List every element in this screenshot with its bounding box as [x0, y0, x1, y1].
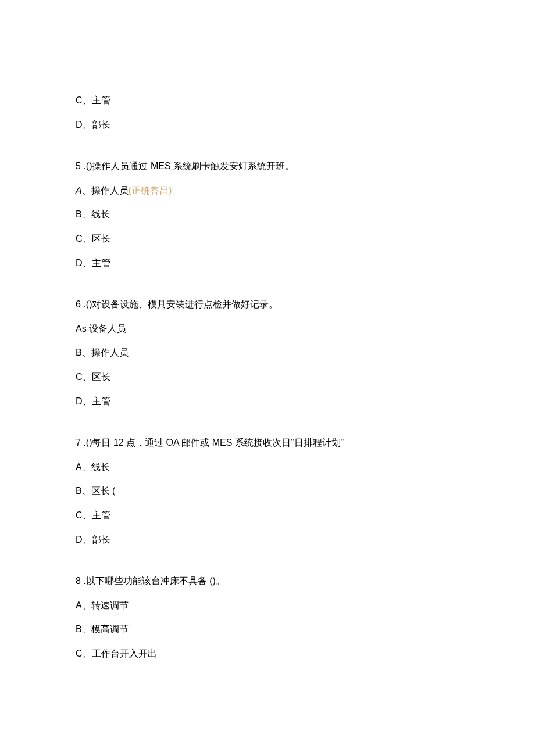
q5-option-d-text: D、主管 [76, 258, 110, 268]
q4-option-d-text: D、部长 [76, 120, 110, 130]
q6-option-a: As 设备人员 [76, 321, 535, 336]
q7-stem: 7 .()每日 12 点，通过 OA 邮件或 MES 系统接收次日"日排程计划" [76, 435, 535, 450]
q4-option-d: D、部长 [76, 117, 535, 132]
q7-option-d: D、部长 [76, 532, 535, 547]
q4-option-c-text: C、主管 [76, 95, 110, 105]
q8-option-b: B、模高调节 [76, 622, 535, 637]
q5-option-d: D、主管 [76, 256, 535, 271]
q8-text: .以下哪些功能该台冲床不具备 ()。 [81, 576, 225, 586]
q6-option-c: C、区长 [76, 370, 535, 385]
q7-option-a: A、线长 [76, 460, 535, 475]
q5-option-a-answer: (正确答昌) [129, 185, 172, 195]
q6-option-d: D、主管 [76, 394, 535, 409]
q6-text: .()对设备设施、模具安装进行点检并做好记录。 [81, 299, 279, 309]
q6-option-a-text: As 设备人员 [76, 324, 126, 334]
q7-text: .()每日 12 点，通过 OA 邮件或 MES 系统接收次日"日排程计划" [81, 438, 344, 447]
q7-number: 7 [76, 438, 81, 447]
q7-option-b-text: B、区长 ( [76, 486, 115, 496]
q6-number: 6 [76, 299, 81, 309]
q5-option-c-text: C、区长 [76, 234, 110, 243]
q6-stem: 6 .()对设备设施、模具安装进行点检并做好记录。 [76, 297, 535, 312]
q8-option-a: A、转速调节 [76, 598, 535, 613]
q7-option-d-text: D、部长 [76, 535, 110, 544]
q8-option-b-text: B、模高调节 [76, 624, 129, 634]
q8-option-c-text: C、工作台开入开出 [76, 648, 157, 658]
q5-option-a-text: 、操作人员 [82, 185, 129, 195]
q5-option-b: B、线长 [76, 207, 535, 222]
q6-option-d-text: D、主管 [76, 396, 110, 406]
q7-option-b: B、区长 ( [76, 483, 535, 499]
q8-stem: 8 .以下哪些功能该台冲床不具备 ()。 [76, 574, 535, 589]
q4-option-c: C、主管 [76, 93, 535, 108]
q5-text: .()操作人员通过 MES 系统刷卡触发安灯系统开班。 [81, 161, 294, 171]
q8-number: 8 [76, 576, 81, 586]
q8-option-a-text: A、转速调节 [76, 600, 129, 610]
q5-option-a-letter: A [76, 185, 82, 195]
q7-option-c: C、主管 [76, 508, 535, 523]
q6-option-b-text: B、操作人员 [76, 347, 129, 357]
q6-option-b: B、操作人员 [76, 345, 535, 360]
q5-option-a: A、操作人员(正确答昌) [76, 183, 535, 198]
q8-option-c: C、工作台开入开出 [76, 646, 535, 661]
q5-number: 5 [76, 161, 81, 171]
q5-stem: 5 .()操作人员通过 MES 系统刷卡触发安灯系统开班。 [76, 159, 535, 174]
q5-option-c: C、区长 [76, 231, 535, 246]
q5-option-b-text: B、线长 [76, 209, 110, 219]
q7-option-c-text: C、主管 [76, 510, 110, 520]
q7-option-a-text: A、线长 [76, 462, 110, 472]
q6-option-c-text: C、区长 [76, 372, 110, 382]
